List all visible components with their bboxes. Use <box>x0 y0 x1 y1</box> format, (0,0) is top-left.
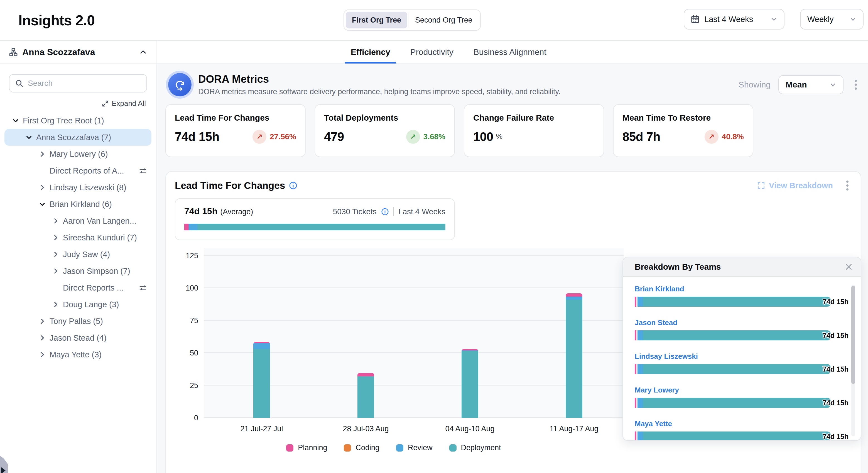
team-bar-planning <box>635 297 637 307</box>
legend-item-review[interactable]: Review <box>396 443 433 452</box>
chevron-right-icon[interactable] <box>51 233 60 242</box>
tab-efficiency[interactable]: Efficiency <box>351 41 390 63</box>
bar-04-aug-10-aug[interactable] <box>462 349 478 418</box>
team-bar-review <box>638 398 643 408</box>
team-stacked-bar: 74d 15h <box>635 398 831 408</box>
tree-item-anna-scozzafava-7[interactable]: Anna Scozzafava (7) <box>4 129 151 146</box>
legend-label: Review <box>408 443 433 452</box>
metric-title: Change Failure Rate <box>473 113 595 123</box>
view-breakdown-button[interactable]: View Breakdown <box>757 181 833 190</box>
chevron-down-icon[interactable] <box>25 133 33 142</box>
collapse-sidebar-chevron-up-icon[interactable] <box>139 48 147 56</box>
bar-28-jul-03-aug[interactable] <box>358 373 374 418</box>
legend-item-coding[interactable]: Coding <box>344 443 379 452</box>
team-stacked-bar: 74d 15h <box>635 330 831 341</box>
tree-item-jason-simpson-7[interactable]: Jason Simpson (7) <box>4 263 151 279</box>
chevron-right-icon[interactable] <box>51 300 60 309</box>
team-row-mary-lowery: Mary Lowery74d 15h <box>635 386 831 408</box>
average-value: 74d 15h <box>184 206 217 216</box>
tab-productivity[interactable]: Productivity <box>410 41 454 63</box>
team-name-link[interactable]: Mary Lowery <box>635 386 831 394</box>
meta-divider <box>393 207 394 216</box>
search-input[interactable] <box>28 79 141 88</box>
legend-item-deployment[interactable]: Deployment <box>449 443 501 452</box>
tickets-info-icon[interactable] <box>381 208 389 216</box>
lead-time-kebab-menu[interactable] <box>843 179 852 191</box>
team-name-link[interactable]: Lindsay Liszewski <box>635 352 831 361</box>
team-value: 74d 15h <box>823 365 848 373</box>
chevron-right-icon[interactable] <box>38 183 47 192</box>
team-value: 74d 15h <box>823 399 848 407</box>
tab-business-alignment[interactable]: Business Alignment <box>473 41 547 63</box>
showing-controls: Showing Mean <box>739 75 860 94</box>
metric-value: 100 <box>473 130 493 144</box>
chevron-right-icon[interactable] <box>38 150 47 158</box>
metric-value-row: 74d 15h↗27.56% <box>175 130 296 144</box>
showing-label: Showing <box>739 80 771 89</box>
filter-sliders-icon[interactable] <box>138 167 147 175</box>
team-row-maya-yette: Maya Yette74d 15h <box>635 419 831 441</box>
sidebar-header: Anna Scozzafava <box>0 41 156 64</box>
team-name-link[interactable]: Jason Stead <box>635 318 831 327</box>
sidebar-collapse-flap[interactable] <box>0 456 8 473</box>
bar-11-aug-17-aug[interactable] <box>566 293 582 418</box>
x-label-11-aug-17-aug: 11 Aug-17 Aug <box>550 424 598 433</box>
tree-item-label: Jason Stead (4) <box>50 333 106 343</box>
y-tick-100: 100 <box>175 284 198 293</box>
team-name-link[interactable]: Maya Yette <box>635 419 831 428</box>
chevron-down-icon[interactable] <box>38 200 47 209</box>
expand-all-button[interactable]: Expand All <box>102 99 146 108</box>
gridline-100 <box>204 288 624 288</box>
chevron-right-icon[interactable] <box>51 250 60 259</box>
toggle-first-org-tree[interactable]: First Org Tree <box>346 12 407 28</box>
chevron-right-icon[interactable] <box>38 333 47 342</box>
tree-item-judy-saw-4[interactable]: Judy Saw (4) <box>4 246 151 263</box>
tree-item-brian-kirkland-6[interactable]: Brian Kirkland (6) <box>4 196 151 212</box>
tree-item-doug-lange-3[interactable]: Doug Lange (3) <box>4 296 151 313</box>
close-icon[interactable] <box>845 263 853 271</box>
legend-item-planning[interactable]: Planning <box>286 443 327 452</box>
metric-trend-badge: ↗40.8% <box>705 130 744 144</box>
tree-item-mary-lowery-6[interactable]: Mary Lowery (6) <box>4 146 151 162</box>
tree-item-tony-pallas-5[interactable]: Tony Pallas (5) <box>4 313 151 329</box>
chevron-down-icon[interactable] <box>11 116 20 125</box>
filter-sliders-icon[interactable] <box>138 284 147 292</box>
team-bar-review <box>638 330 643 341</box>
tree-item-direct-reports-of-a[interactable]: Direct Reports of A... <box>4 162 151 179</box>
bar-segment-planning <box>566 293 582 297</box>
tree-item-lindsay-liszewski-8[interactable]: Lindsay Liszewski (8) <box>4 179 151 196</box>
org-tree: First Org Tree Root (1)Anna Scozzafava (… <box>0 112 156 363</box>
bar-21-jul-27-jul[interactable] <box>253 342 270 418</box>
team-value: 74d 15h <box>823 298 848 306</box>
tree-item-direct-reports[interactable]: Direct Reports ... <box>4 279 151 296</box>
chevron-right-icon[interactable] <box>51 216 60 225</box>
chevron-right-icon[interactable] <box>38 350 47 359</box>
tree-item-label: Mary Lowery (6) <box>50 150 108 159</box>
metric-trend-badge: ↗3.68% <box>406 130 445 144</box>
tree-item-maya-yette-3[interactable]: Maya Yette (3) <box>4 346 151 363</box>
tree-item-sireesha-kunduri-7[interactable]: Sireesha Kunduri (7) <box>4 229 151 246</box>
metric-cards: Lead Time For Changes74d 15h↗27.56%Total… <box>165 104 859 157</box>
tree-item-jason-stead-4[interactable]: Jason Stead (4) <box>4 329 151 346</box>
team-stacked-bar: 74d 15h <box>635 432 831 441</box>
bar-segment-deployment <box>253 349 270 418</box>
sidebar-owner-name: Anna Scozzafava <box>22 47 135 57</box>
info-icon[interactable] <box>289 181 297 190</box>
dora-kebab-menu[interactable] <box>851 79 860 91</box>
aggregation-select[interactable]: Mean <box>778 75 843 94</box>
team-name-link[interactable]: Brian Kirkland <box>635 285 831 293</box>
toggle-second-org-tree[interactable]: Second Org Tree <box>409 12 478 28</box>
breakdown-list: Brian Kirkland74d 15hJason Stead74d 15hL… <box>623 277 861 441</box>
fullscreen-icon <box>757 182 765 189</box>
tree-item-aaron-van-langen[interactable]: Aaron Van Langen... <box>4 212 151 229</box>
tree-item-label: First Org Tree Root (1) <box>23 116 104 125</box>
chevron-right-icon[interactable] <box>51 267 60 275</box>
granularity-dropdown[interactable]: Weekly <box>800 9 864 30</box>
range-label: Last 4 Weeks <box>398 207 445 216</box>
chevron-right-icon[interactable] <box>38 317 47 326</box>
metric-value: 74d 15h <box>175 130 219 144</box>
date-range-dropdown[interactable]: Last 4 Weeks <box>684 9 784 30</box>
breakdown-scrollbar-thumb[interactable] <box>851 286 855 384</box>
tree-item-label: Anna Scozzafava (7) <box>36 133 111 142</box>
tree-item-first-org-tree-root-1[interactable]: First Org Tree Root (1) <box>4 112 151 129</box>
